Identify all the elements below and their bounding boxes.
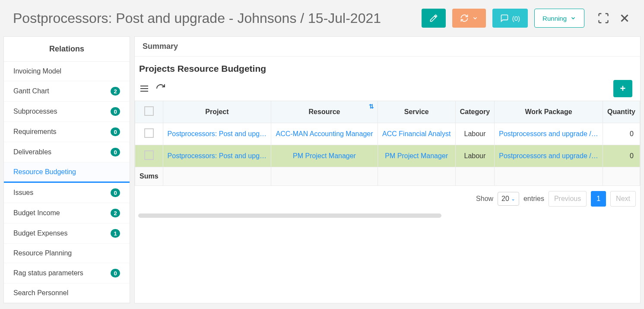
sidebar-item-label: Resource Planning (13, 249, 72, 257)
sidebar-item-search-personnel[interactable]: Search Personnel (4, 284, 130, 303)
cell-project[interactable]: Postprocessors: Post and upgr… (163, 123, 271, 145)
comments-count: (0) (512, 15, 520, 22)
status-label: Running (542, 15, 567, 22)
edit-button[interactable] (422, 9, 446, 28)
cell-project[interactable]: Postprocessors: Post and upgr… (163, 145, 271, 167)
show-label: Show (476, 195, 493, 203)
plus-icon: + (620, 83, 626, 94)
sums-row: Sums (135, 167, 640, 186)
count-badge: 2 (111, 209, 120, 217)
horizontal-scrollbar[interactable] (138, 213, 441, 218)
sync-icon (460, 14, 469, 22)
col-quantity[interactable]: Quantity (603, 101, 640, 123)
sidebar-item-resource-planning[interactable]: Resource Planning (4, 244, 130, 263)
page-title: Postprocessors: Post and upgrade - Johns… (13, 10, 415, 26)
col-resource[interactable]: Resource⇅ (271, 101, 378, 123)
sidebar-item-deliverables[interactable]: Deliverables0 (4, 142, 130, 162)
count-badge: 0 (111, 148, 120, 156)
chevron-down-icon (570, 15, 576, 21)
sidebar-item-budget-income[interactable]: Budget Income2 (4, 203, 130, 223)
count-badge: 1 (111, 229, 120, 238)
section-title: Projects Resource Budgeting (135, 61, 640, 76)
table-row[interactable]: Postprocessors: Post and upgr… ACC-MAN A… (135, 123, 640, 145)
page-1-button[interactable]: 1 (591, 191, 606, 207)
status-dropdown-button[interactable]: Running (534, 9, 584, 28)
prev-page-button[interactable]: Previous (549, 191, 587, 207)
count-badge: 0 (111, 188, 120, 197)
sidebar-item-label: Requirements (13, 128, 57, 136)
sidebar-item-label: Budget Expenses (13, 229, 67, 237)
count-badge: 0 (111, 269, 120, 277)
sidebar-item-label: Invoicing Model (13, 67, 61, 75)
table-row[interactable]: Postprocessors: Post and upgr… PM Projec… (135, 145, 640, 167)
cell-category: Labour (455, 123, 495, 145)
sidebar-item-label: Search Personnel (13, 289, 68, 297)
sidebar-item-resource-budgeting[interactable]: Resource Budgeting (4, 162, 130, 183)
cell-resource[interactable]: PM Project Manager (271, 145, 378, 167)
sidebar-item-label: Issues (13, 189, 33, 197)
sidebar-item-rag-status-parameters[interactable]: Rag status parameters0 (4, 263, 130, 284)
cell-quantity: 0 (603, 123, 640, 145)
pagination: Show 20 ⌄ entries Previous 1 Next (135, 186, 640, 212)
sidebar-item-subprocesses[interactable]: Subprocesses0 (4, 102, 130, 122)
resource-budgeting-table: Project Resource⇅ Service Category Work … (135, 101, 640, 186)
col-category[interactable]: Category (455, 101, 495, 123)
col-work-package[interactable]: Work Package (495, 101, 603, 123)
select-all-header[interactable] (135, 101, 163, 123)
entries-label: entries (523, 195, 544, 203)
comments-button[interactable]: (0) (492, 9, 528, 28)
comment-icon (500, 14, 509, 22)
table-toolbar: + (135, 76, 640, 101)
sidebar-item-label: Deliverables (13, 148, 51, 156)
pencil-icon (429, 14, 438, 22)
count-badge: 0 (111, 127, 120, 136)
sidebar-item-gantt-chart[interactable]: Gantt Chart2 (4, 81, 130, 102)
summary-tab[interactable]: Summary (135, 37, 640, 57)
next-page-button[interactable]: Next (610, 191, 636, 207)
row-checkbox[interactable] (135, 123, 163, 145)
cell-quantity: 0 (603, 145, 640, 167)
sums-label: Sums (135, 167, 163, 186)
relations-sidebar: Relations Invoicing ModelGantt Chart2Sub… (3, 36, 130, 303)
count-badge: 0 (111, 107, 120, 116)
main-panel: Summary Projects Resource Budgeting + (134, 36, 641, 303)
page-header: Postprocessors: Post and upgrade - Johns… (0, 0, 644, 36)
sidebar-item-label: Rag status parameters (13, 269, 83, 277)
sidebar-item-label: Resource Budgeting (13, 168, 76, 176)
sidebar-header: Relations (4, 37, 130, 62)
cell-service[interactable]: ACC Financial Analyst (378, 123, 455, 145)
count-badge: 2 (111, 87, 120, 96)
sidebar-item-label: Subprocesses (13, 108, 57, 115)
sync-dropdown-button[interactable] (452, 9, 486, 28)
page-size-select[interactable]: 20 ⌄ (498, 192, 519, 206)
sort-icon: ⇅ (369, 103, 374, 110)
sidebar-item-issues[interactable]: Issues0 (4, 183, 130, 203)
cell-category: Labour (455, 145, 495, 167)
chevron-down-icon: ⌄ (511, 196, 515, 202)
col-project[interactable]: Project (163, 101, 271, 123)
col-service[interactable]: Service (378, 101, 455, 123)
cell-resource[interactable]: ACC-MAN Accounting Manager (271, 123, 378, 145)
sidebar-item-label: Gantt Chart (13, 87, 49, 95)
refresh-icon[interactable] (155, 83, 166, 94)
cell-work-package[interactable]: Postprocessors and upgrade / … (495, 123, 603, 145)
add-button[interactable]: + (613, 80, 632, 97)
menu-icon[interactable] (139, 83, 149, 94)
cell-work-package[interactable]: Postprocessors and upgrade / … (495, 145, 603, 167)
sidebar-item-label: Budget Income (13, 209, 60, 217)
sidebar-item-invoicing-model[interactable]: Invoicing Model (4, 62, 130, 81)
fullscreen-icon[interactable] (597, 12, 609, 24)
chevron-down-icon (472, 15, 478, 21)
row-checkbox[interactable] (135, 145, 163, 167)
sidebar-item-requirements[interactable]: Requirements0 (4, 122, 130, 142)
cell-service[interactable]: PM Project Manager (378, 145, 455, 167)
sidebar-item-budget-expenses[interactable]: Budget Expenses1 (4, 223, 130, 244)
close-icon[interactable] (618, 12, 631, 25)
